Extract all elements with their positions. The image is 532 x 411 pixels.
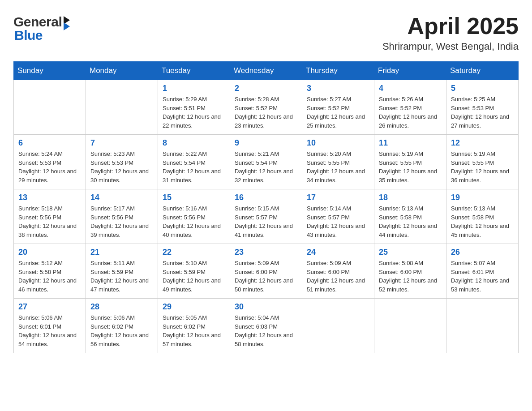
day-sun-info: Sunrise: 5:19 AMSunset: 5:55 PMDaylight:… — [451, 150, 514, 184]
day-number: 7 — [90, 138, 153, 148]
day-number: 30 — [235, 302, 297, 312]
day-sun-info: Sunrise: 5:15 AMSunset: 5:57 PMDaylight:… — [235, 204, 297, 239]
calendar-day-cell — [86, 80, 158, 135]
month-year-title: April 2025 — [382, 13, 519, 39]
day-of-week-header: Friday — [374, 62, 446, 80]
calendar-day-cell: 15Sunrise: 5:16 AMSunset: 5:56 PMDayligh… — [158, 189, 230, 244]
day-number: 11 — [379, 138, 442, 148]
day-sun-info: Sunrise: 5:29 AMSunset: 5:51 PMDaylight:… — [163, 95, 225, 130]
day-number: 9 — [235, 138, 297, 148]
calendar-day-cell: 14Sunrise: 5:17 AMSunset: 5:56 PMDayligh… — [86, 189, 158, 244]
calendar-table: SundayMondayTuesdayWednesdayThursdayFrid… — [13, 61, 519, 353]
calendar-day-cell: 5Sunrise: 5:25 AMSunset: 5:53 PMDaylight… — [446, 80, 519, 135]
day-number: 19 — [451, 193, 514, 202]
day-number: 27 — [18, 302, 81, 312]
calendar-day-cell: 26Sunrise: 5:07 AMSunset: 6:01 PMDayligh… — [446, 244, 519, 299]
day-number: 21 — [90, 248, 153, 257]
calendar-day-cell: 10Sunrise: 5:20 AMSunset: 5:55 PMDayligh… — [302, 135, 374, 189]
calendar-header-row: SundayMondayTuesdayWednesdayThursdayFrid… — [14, 62, 519, 80]
calendar-day-cell: 17Sunrise: 5:14 AMSunset: 5:57 PMDayligh… — [302, 189, 374, 244]
day-sun-info: Sunrise: 5:08 AMSunset: 6:00 PMDaylight:… — [379, 259, 442, 294]
day-sun-info: Sunrise: 5:17 AMSunset: 5:56 PMDaylight:… — [90, 204, 153, 239]
calendar-day-cell: 30Sunrise: 5:04 AMSunset: 6:03 PMDayligh… — [230, 299, 302, 353]
day-number: 17 — [307, 193, 369, 202]
day-of-week-header: Thursday — [302, 62, 374, 80]
day-sun-info: Sunrise: 5:06 AMSunset: 6:02 PMDaylight:… — [90, 313, 153, 348]
calendar-day-cell — [302, 299, 374, 353]
calendar-week-row: 6Sunrise: 5:24 AMSunset: 5:53 PMDaylight… — [14, 135, 519, 189]
calendar-week-row: 20Sunrise: 5:12 AMSunset: 5:58 PMDayligh… — [14, 244, 519, 299]
calendar-day-cell: 29Sunrise: 5:05 AMSunset: 6:02 PMDayligh… — [158, 299, 230, 353]
day-number: 20 — [18, 248, 81, 257]
calendar-day-cell: 18Sunrise: 5:13 AMSunset: 5:58 PMDayligh… — [374, 189, 446, 244]
calendar-day-cell: 1Sunrise: 5:29 AMSunset: 5:51 PMDaylight… — [158, 80, 230, 135]
day-number: 5 — [451, 84, 514, 93]
calendar-day-cell: 21Sunrise: 5:11 AMSunset: 5:59 PMDayligh… — [86, 244, 158, 299]
location-subtitle: Shrirampur, West Bengal, India — [382, 41, 519, 52]
day-sun-info: Sunrise: 5:12 AMSunset: 5:58 PMDaylight:… — [18, 259, 81, 294]
day-number: 3 — [307, 84, 369, 93]
day-sun-info: Sunrise: 5:19 AMSunset: 5:55 PMDaylight:… — [379, 150, 442, 184]
day-sun-info: Sunrise: 5:14 AMSunset: 5:57 PMDaylight:… — [307, 204, 369, 239]
calendar-day-cell: 7Sunrise: 5:23 AMSunset: 5:53 PMDaylight… — [86, 135, 158, 189]
day-sun-info: Sunrise: 5:09 AMSunset: 6:00 PMDaylight:… — [307, 259, 369, 294]
day-sun-info: Sunrise: 5:13 AMSunset: 5:58 PMDaylight:… — [379, 204, 442, 239]
day-number: 25 — [379, 248, 442, 257]
calendar-day-cell: 23Sunrise: 5:09 AMSunset: 6:00 PMDayligh… — [230, 244, 302, 299]
day-sun-info: Sunrise: 5:13 AMSunset: 5:58 PMDaylight:… — [451, 204, 514, 239]
day-sun-info: Sunrise: 5:18 AMSunset: 5:56 PMDaylight:… — [18, 204, 81, 239]
day-number: 15 — [163, 193, 225, 202]
day-sun-info: Sunrise: 5:11 AMSunset: 5:59 PMDaylight:… — [90, 259, 153, 294]
day-sun-info: Sunrise: 5:21 AMSunset: 5:54 PMDaylight:… — [235, 150, 297, 184]
day-of-week-header: Saturday — [446, 62, 519, 80]
calendar-day-cell: 16Sunrise: 5:15 AMSunset: 5:57 PMDayligh… — [230, 189, 302, 244]
calendar-week-row: 27Sunrise: 5:06 AMSunset: 6:01 PMDayligh… — [14, 299, 519, 353]
day-number: 1 — [163, 84, 225, 93]
logo-arrow-icon — [64, 16, 70, 30]
day-number: 10 — [307, 138, 369, 148]
day-of-week-header: Wednesday — [230, 62, 302, 80]
day-of-week-header: Sunday — [14, 62, 86, 80]
day-number: 28 — [90, 302, 153, 312]
day-sun-info: Sunrise: 5:22 AMSunset: 5:54 PMDaylight:… — [163, 150, 225, 184]
day-sun-info: Sunrise: 5:26 AMSunset: 5:52 PMDaylight:… — [379, 95, 442, 130]
calendar-day-cell: 4Sunrise: 5:26 AMSunset: 5:52 PMDaylight… — [374, 80, 446, 135]
day-number: 22 — [163, 248, 225, 257]
calendar-day-cell: 3Sunrise: 5:27 AMSunset: 5:52 PMDaylight… — [302, 80, 374, 135]
day-number: 16 — [235, 193, 297, 202]
day-number: 2 — [235, 84, 297, 93]
calendar-day-cell: 19Sunrise: 5:13 AMSunset: 5:58 PMDayligh… — [446, 189, 519, 244]
day-of-week-header: Tuesday — [158, 62, 230, 80]
day-number: 8 — [163, 138, 225, 148]
day-number: 26 — [451, 248, 514, 257]
logo-general-text: General — [13, 14, 62, 30]
calendar-day-cell: 27Sunrise: 5:06 AMSunset: 6:01 PMDayligh… — [14, 299, 86, 353]
calendar-day-cell: 24Sunrise: 5:09 AMSunset: 6:00 PMDayligh… — [302, 244, 374, 299]
day-number: 18 — [379, 193, 442, 202]
day-number: 6 — [18, 138, 81, 148]
day-sun-info: Sunrise: 5:04 AMSunset: 6:03 PMDaylight:… — [235, 313, 297, 348]
day-sun-info: Sunrise: 5:06 AMSunset: 6:01 PMDaylight:… — [18, 313, 81, 348]
day-number: 14 — [90, 193, 153, 202]
calendar-day-cell: 11Sunrise: 5:19 AMSunset: 5:55 PMDayligh… — [374, 135, 446, 189]
day-sun-info: Sunrise: 5:16 AMSunset: 5:56 PMDaylight:… — [163, 204, 225, 239]
calendar-day-cell — [14, 80, 86, 135]
calendar-week-row: 13Sunrise: 5:18 AMSunset: 5:56 PMDayligh… — [14, 189, 519, 244]
day-sun-info: Sunrise: 5:10 AMSunset: 5:59 PMDaylight:… — [163, 259, 225, 294]
day-sun-info: Sunrise: 5:07 AMSunset: 6:01 PMDaylight:… — [451, 259, 514, 294]
logo: General Blue — [13, 13, 70, 43]
day-sun-info: Sunrise: 5:24 AMSunset: 5:53 PMDaylight:… — [18, 150, 81, 184]
calendar-week-row: 1Sunrise: 5:29 AMSunset: 5:51 PMDaylight… — [14, 80, 519, 135]
calendar-day-cell: 20Sunrise: 5:12 AMSunset: 5:58 PMDayligh… — [14, 244, 86, 299]
day-number: 13 — [18, 193, 81, 202]
day-sun-info: Sunrise: 5:25 AMSunset: 5:53 PMDaylight:… — [451, 95, 514, 130]
calendar-day-cell — [446, 299, 519, 353]
calendar-day-cell: 6Sunrise: 5:24 AMSunset: 5:53 PMDaylight… — [14, 135, 86, 189]
day-number: 12 — [451, 138, 514, 148]
day-sun-info: Sunrise: 5:20 AMSunset: 5:55 PMDaylight:… — [307, 150, 369, 184]
calendar-day-cell: 22Sunrise: 5:10 AMSunset: 5:59 PMDayligh… — [158, 244, 230, 299]
calendar-day-cell: 25Sunrise: 5:08 AMSunset: 6:00 PMDayligh… — [374, 244, 446, 299]
calendar-day-cell: 13Sunrise: 5:18 AMSunset: 5:56 PMDayligh… — [14, 189, 86, 244]
calendar-day-cell: 8Sunrise: 5:22 AMSunset: 5:54 PMDaylight… — [158, 135, 230, 189]
day-sun-info: Sunrise: 5:28 AMSunset: 5:52 PMDaylight:… — [235, 95, 297, 130]
